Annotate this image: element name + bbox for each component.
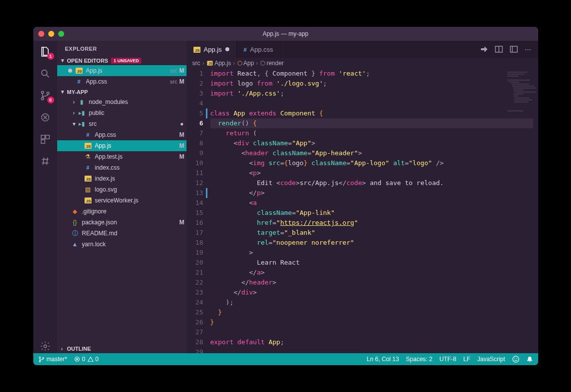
status-spaces[interactable]: Spaces: 2: [406, 356, 432, 363]
svg-rect-7: [41, 140, 44, 143]
svg-rect-20: [513, 90, 523, 91]
status-eol[interactable]: LF: [463, 356, 470, 363]
open-editors-label: OPEN EDITORS: [67, 58, 108, 64]
code-line[interactable]: className="App-link": [210, 208, 533, 218]
svg-rect-11: [506, 71, 536, 120]
minimap[interactable]: [506, 71, 536, 120]
code-line[interactable]: <p>: [210, 168, 533, 178]
tree-item-app-js[interactable]: JSApp.jsM: [57, 140, 187, 151]
activity-search[interactable]: [38, 67, 52, 81]
breadcrumb-item[interactable]: JS App.js: [206, 60, 231, 67]
tree-item--gitignore[interactable]: ◆.gitignore: [57, 206, 187, 217]
svg-point-0: [41, 70, 47, 76]
activity-settings[interactable]: [38, 339, 52, 353]
code-line[interactable]: target="_blank": [210, 228, 533, 238]
tree-item-node_modules[interactable]: ›▮node_modules: [57, 97, 187, 107]
tree-item-logo-svg[interactable]: ▧logo.svg: [57, 184, 187, 195]
code-line[interactable]: export default App;: [210, 337, 533, 347]
code-line[interactable]: href="https://reactjs.org": [210, 218, 533, 228]
line-number: 14: [187, 198, 203, 208]
activity-scm[interactable]: 5: [38, 89, 52, 102]
activity-extensions[interactable]: [38, 132, 52, 146]
status-language[interactable]: JavaScript: [477, 356, 505, 363]
tree-item-app-test-js[interactable]: ⚗App.test.jsM: [57, 151, 187, 162]
svg-point-34: [516, 358, 517, 359]
breadcrumb[interactable]: src›JS App.js›⬡ App›⬡ render: [187, 58, 538, 69]
breadcrumb-item[interactable]: ⬡ App: [237, 60, 254, 67]
code-line[interactable]: >: [210, 248, 533, 258]
split-icon[interactable]: [495, 45, 503, 53]
file-name: logo.svg: [95, 186, 178, 193]
tree-item-src[interactable]: ▾▸▮src●: [57, 118, 187, 129]
line-number: 16: [187, 218, 203, 228]
activity-tag[interactable]: [38, 154, 52, 168]
search-icon: [40, 68, 51, 79]
code-line[interactable]: </div>: [210, 288, 533, 297]
titlebar[interactable]: App.js — my-app: [33, 27, 538, 41]
tree-item-serviceworker-js[interactable]: JSserviceWorker.js: [57, 195, 187, 206]
code-line[interactable]: [210, 347, 533, 353]
code-line[interactable]: </p>: [210, 188, 533, 198]
code-line[interactable]: import logo from './logo.svg';: [210, 79, 533, 89]
code-line[interactable]: import React, { Component } from 'react'…: [210, 69, 533, 79]
status-position[interactable]: Ln 6, Col 13: [367, 356, 399, 363]
code-content[interactable]: import React, { Component } from 'react'…: [210, 69, 538, 353]
open-editor-app.js[interactable]: JSApp.jssrcM: [57, 65, 187, 76]
code-line[interactable]: }: [210, 307, 533, 317]
outline-header[interactable]: › OUTLINE: [57, 344, 187, 353]
code-line[interactable]: [210, 327, 533, 337]
tree-item-package-json[interactable]: {}package.jsonM: [57, 217, 187, 228]
status-problems[interactable]: 0 0: [74, 356, 98, 363]
tab-app-js[interactable]: JSApp.js: [187, 41, 237, 58]
code-line[interactable]: render() {: [210, 118, 533, 128]
line-number: 27: [187, 327, 203, 337]
more-icon[interactable]: ⋯: [525, 46, 531, 53]
svg-point-33: [514, 358, 515, 359]
layout-icon[interactable]: [510, 45, 518, 53]
code-line[interactable]: <div className="App">: [210, 138, 533, 148]
code-line[interactable]: <a: [210, 198, 533, 208]
tree-item-app-css[interactable]: #App.cssM: [57, 129, 187, 140]
breadcrumb-item[interactable]: src: [192, 60, 200, 67]
svg-rect-13: [507, 74, 524, 75]
compare-icon[interactable]: [480, 45, 488, 53]
open-editors-header[interactable]: ▾ OPEN EDITORS 1 UNSAVED: [57, 56, 187, 65]
status-feedback[interactable]: [512, 356, 519, 363]
code-line[interactable]: }: [210, 317, 533, 327]
project-header[interactable]: ▾ MY-APP: [57, 87, 187, 97]
code-line[interactable]: </a>: [210, 268, 533, 278]
status-branch[interactable]: master*: [38, 356, 67, 363]
code-line[interactable]: Edit <code>src/App.js</code> and save to…: [210, 178, 533, 188]
file-name: serviceWorker.js: [95, 197, 178, 204]
open-editor-app.css[interactable]: #App.csssrcM: [57, 76, 187, 87]
code-line[interactable]: </header>: [210, 278, 533, 288]
file-icon: ▸▮: [78, 120, 86, 127]
tree-item-yarn-lock[interactable]: ▲yarn.lock: [57, 239, 187, 250]
code-line[interactable]: Learn React: [210, 258, 533, 268]
hash-icon: [40, 156, 51, 167]
tree-item-index-css[interactable]: #index.css: [57, 162, 187, 173]
bug-icon: [40, 112, 51, 123]
activity-explorer[interactable]: 1: [38, 45, 52, 59]
status-bell[interactable]: [526, 356, 533, 363]
status-encoding[interactable]: UTF-8: [439, 356, 456, 363]
code-line[interactable]: class App extends Component {: [210, 108, 533, 118]
code-line[interactable]: [210, 98, 533, 108]
close-button[interactable]: [38, 31, 44, 37]
tree-item-index-js[interactable]: JSindex.js: [57, 173, 187, 184]
code-line[interactable]: <header className="App-header">: [210, 148, 533, 158]
code-line[interactable]: rel="noopener noreferrer": [210, 238, 533, 248]
code-editor[interactable]: 1234567891011121314151617181920212223242…: [187, 69, 538, 353]
tab-app-css[interactable]: #App.css: [237, 41, 281, 58]
tree-item-public[interactable]: ›▸▮public: [57, 107, 187, 118]
code-line[interactable]: );: [210, 297, 533, 307]
code-line[interactable]: <img src={logo} className="App-logo" alt…: [210, 158, 533, 168]
sidebar-title: EXPLORER: [57, 41, 187, 56]
zoom-button[interactable]: [58, 31, 64, 37]
breadcrumb-item[interactable]: ⬡ render: [260, 60, 284, 67]
code-line[interactable]: return (: [210, 128, 533, 138]
tree-item-readme-md[interactable]: ⓘREADME.md: [57, 228, 187, 239]
code-line[interactable]: import './App.css';: [210, 89, 533, 98]
activity-debug[interactable]: [38, 110, 52, 124]
minimize-button[interactable]: [48, 31, 54, 37]
